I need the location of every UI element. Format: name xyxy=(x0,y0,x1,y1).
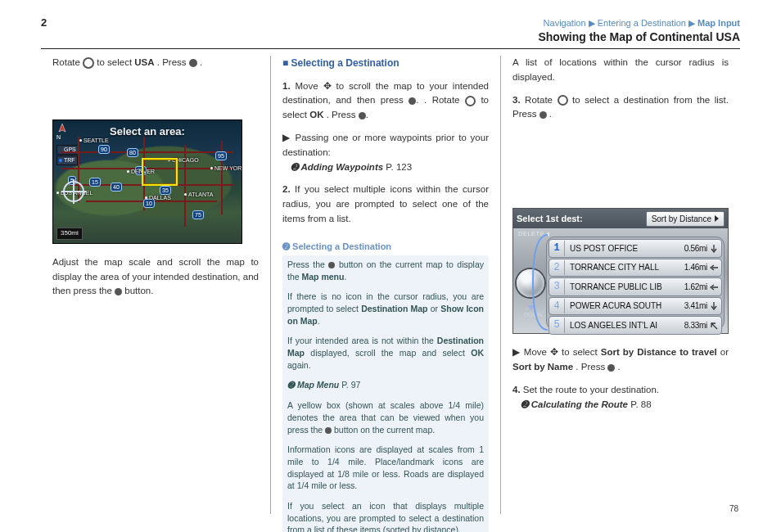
chevron-right-icon xyxy=(715,215,719,222)
enter-icon xyxy=(189,59,197,67)
destination-list-item[interactable]: 4POWER ACURA SOUTH3.41mi xyxy=(549,297,722,316)
dial-icon[interactable] xyxy=(517,269,544,297)
interstate-shield: 95 xyxy=(215,151,227,160)
col2-step1: 1. Move ✥ to scroll the map to your inte… xyxy=(282,79,489,123)
dial-icon xyxy=(465,96,476,106)
chevron-left-icon xyxy=(546,232,549,237)
interstate-shield: 15 xyxy=(89,178,101,187)
enter-icon xyxy=(359,112,366,119)
section-number: 2 xyxy=(41,16,47,29)
dial-icon xyxy=(558,95,568,106)
destination-name: LOS ANGELES INT'L AI xyxy=(570,319,681,332)
nav-header: Select 1st dest: Sort by Distance xyxy=(513,209,728,228)
destination-distance: 1.62mi xyxy=(684,281,707,294)
destination-distance: 8.33mi xyxy=(684,319,707,332)
column-2: ■ Selecting a Destination 1. Move ✥ to s… xyxy=(270,56,500,514)
note-body: Press the button on the current map to d… xyxy=(282,255,489,532)
destination-list-item[interactable]: 2TORRANCE CITY HALL1.46mi xyxy=(549,259,722,277)
map-scale: 350mi xyxy=(56,228,83,239)
col1-instruction: Rotate to select USA . Press . xyxy=(52,56,259,70)
destination-distance: 1.46mi xyxy=(684,261,707,274)
enter-icon xyxy=(607,364,615,372)
column-1: Rotate to select USA . Press . Select an… xyxy=(41,56,270,514)
subsection-title: ■ Selecting a Destination xyxy=(282,56,489,71)
destination-list-item[interactable]: 1US POST OFFICE0.56mi xyxy=(549,239,722,258)
destination-name: POWER ACURA SOUTH xyxy=(570,300,681,313)
gps-chip: GPS xyxy=(56,145,79,155)
joystick-icon: ✥ xyxy=(550,347,558,357)
direction-arrow-icon xyxy=(710,302,718,310)
list-index: 2 xyxy=(549,260,565,276)
nav-title: Select 1st dest: xyxy=(517,212,583,226)
col3-step4: 4. Set the route to your destination. ➋ … xyxy=(512,383,729,413)
destination-name: TORRANCE PUBLIC LIB xyxy=(570,281,681,294)
destination-name: TORRANCE CITY HALL xyxy=(570,261,681,274)
page-number: 78 xyxy=(41,504,740,513)
list-index: 4 xyxy=(549,299,565,314)
destination-list-item[interactable]: 3TORRANCE PUBLIC LIB1.62mi xyxy=(549,277,722,296)
direction-arrow-icon xyxy=(710,322,718,330)
map-city: SEATTLE xyxy=(79,137,109,146)
column-3: A list of locations within the cursor ra… xyxy=(500,56,740,514)
page-title: Showing the Map of Continental USA xyxy=(538,30,740,43)
col3-sortnote: ▶ Move ✥ to select Sort by Distance to t… xyxy=(512,345,729,375)
enter-icon xyxy=(328,262,335,268)
col3-intro: A list of locations within the cursor ra… xyxy=(512,56,729,85)
note-head: ➋ Selecting a Destination xyxy=(282,240,489,254)
breadcrumb: Navigation ▶ Entering a Destination ▶ Ma… xyxy=(538,18,740,29)
interstate-shield: 80 xyxy=(127,148,138,157)
dial-icon xyxy=(83,57,94,69)
list-index: 5 xyxy=(549,318,565,333)
map-select-area-figure: Select an area: N GPS TRF xyxy=(52,119,242,244)
interstate-shield: 75 xyxy=(192,210,204,219)
direction-arrow-icon xyxy=(710,245,718,253)
direction-arrow-icon xyxy=(710,264,718,272)
list-index: 1 xyxy=(549,241,565,256)
interstate-shield: 40 xyxy=(111,183,122,192)
enter-icon xyxy=(539,111,547,119)
compass-label: N xyxy=(56,133,61,142)
col3-step3: 3. Rotate to select a destination from t… xyxy=(512,93,729,123)
col2-step2: 2. If you select multiple icons within t… xyxy=(282,183,489,226)
joystick-icon: ✥ xyxy=(323,81,332,91)
select-destination-figure: Select 1st dest: Sort by Distance DELETE… xyxy=(512,208,729,334)
direction-arrow-icon xyxy=(710,283,718,291)
enter-icon xyxy=(325,427,332,434)
destination-list: 1US POST OFFICE0.56mi2TORRANCE CITY HALL… xyxy=(546,237,725,330)
delete-button[interactable]: DELETE xyxy=(518,229,549,239)
chevron-down-icon xyxy=(527,305,535,310)
destination-distance: 0.56mi xyxy=(684,242,707,255)
trf-chip: TRF xyxy=(56,156,78,165)
col2-bullet: ▶ Passing one or more waypoints prior to… xyxy=(282,131,489,174)
list-index: 3 xyxy=(549,279,565,295)
svg-marker-0 xyxy=(59,124,65,132)
enter-icon xyxy=(409,97,416,105)
map-city: DALLAS xyxy=(145,194,171,203)
scroll-down-button[interactable]: DOWN xyxy=(524,305,539,320)
interstate-shield: 90 xyxy=(98,145,110,154)
col1-caption: Adjust the map scale and scroll the map … xyxy=(52,255,259,299)
destination-list-item[interactable]: 5LOS ANGELES INT'L AI8.33mi xyxy=(549,316,722,335)
map-city: ATLANTA xyxy=(184,191,213,200)
sort-by-distance-button[interactable]: Sort by Distance xyxy=(646,211,725,228)
destination-distance: 3.41mi xyxy=(684,300,707,313)
map-city: NEW YORK xyxy=(210,165,242,174)
enter-icon xyxy=(115,288,122,295)
destination-name: US POST OFFICE xyxy=(570,242,681,255)
map-cursor-box xyxy=(142,158,178,186)
vehicle-crosshair-icon xyxy=(63,181,84,202)
page-header: 2 Navigation ▶ Entering a Destination ▶ … xyxy=(41,16,740,49)
